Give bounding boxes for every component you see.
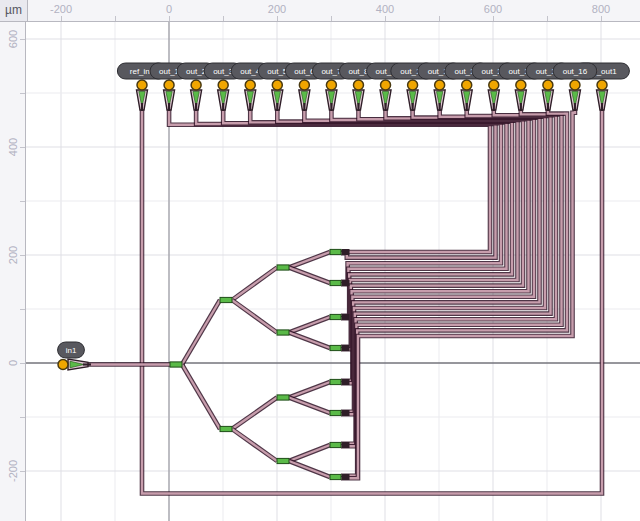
ruler-label-y-400: 400 — [5, 127, 21, 167]
port-dot[interactable] — [516, 80, 526, 90]
splitter-1x2[interactable] — [330, 442, 350, 448]
splitter-1x2[interactable] — [277, 395, 289, 400]
svg-text:out_2: out_2 — [186, 67, 207, 76]
splitter-1x2[interactable] — [330, 249, 350, 255]
ruler-tick — [439, 16, 440, 21]
ruler-unit-badge: µm — [0, 0, 28, 22]
splitter-1x2[interactable] — [330, 379, 350, 385]
ruler-tick — [493, 16, 494, 21]
port-dot[interactable] — [218, 80, 228, 90]
splitter-1x2[interactable] — [277, 330, 289, 335]
port-label-out_16: out_16 — [553, 63, 597, 79]
port-dot[interactable] — [570, 80, 580, 90]
port-dot[interactable] — [137, 80, 147, 90]
svg-text:out_16: out_16 — [563, 67, 588, 76]
splitter-1x2[interactable] — [170, 362, 182, 367]
ruler-label-y--200: -200 — [5, 451, 21, 491]
ruler-tick — [223, 16, 224, 21]
ruler-tick — [61, 16, 62, 21]
ruler-tick — [115, 16, 116, 21]
ruler-tick — [277, 16, 278, 21]
svg-text:out_5: out_5 — [267, 67, 288, 76]
port-dot[interactable] — [489, 80, 499, 90]
ruler-horizontal: -2000200400600800 — [28, 0, 640, 22]
port-dot[interactable] — [191, 80, 201, 90]
port-dot[interactable] — [245, 80, 255, 90]
svg-text:out_7: out_7 — [321, 67, 342, 76]
ruler-tick — [20, 309, 25, 310]
splitter-1x2[interactable] — [330, 280, 350, 286]
ruler-label-x-0: 0 — [149, 3, 189, 15]
svg-text:out_8: out_8 — [348, 67, 369, 76]
ruler-tick — [20, 147, 25, 148]
ruler-tick — [20, 255, 25, 256]
splitter-1x2[interactable] — [277, 458, 289, 463]
port-dot[interactable] — [408, 80, 418, 90]
svg-text:out_1: out_1 — [159, 67, 180, 76]
layout-canvas[interactable]: ref_out1ref_in1out_1out_2out_3out_4out_5… — [0, 0, 640, 521]
ruler-tick — [20, 471, 25, 472]
ruler-label-x--200: -200 — [41, 3, 81, 15]
ruler-vertical: 6004002000-200 — [0, 22, 26, 521]
svg-text:out_4: out_4 — [240, 67, 261, 76]
port-dot[interactable] — [58, 360, 68, 370]
port-dot[interactable] — [543, 80, 553, 90]
port-dot[interactable] — [272, 80, 282, 90]
svg-text:out_6: out_6 — [294, 67, 315, 76]
splitter-1x2[interactable] — [330, 345, 350, 351]
svg-text:out_3: out_3 — [213, 67, 234, 76]
ruler-tick — [169, 16, 170, 21]
ruler-tick — [601, 16, 602, 21]
splitter-1x2[interactable] — [330, 314, 350, 320]
ruler-label-y-0: 0 — [5, 343, 21, 383]
ruler-tick — [20, 201, 25, 202]
svg-text:in1: in1 — [66, 346, 77, 355]
splitter-1x2[interactable] — [330, 474, 350, 480]
port-dot[interactable] — [326, 80, 336, 90]
splitter-1x2[interactable] — [220, 426, 232, 431]
port-dot[interactable] — [164, 80, 174, 90]
port-label-in1: in1 — [58, 342, 85, 358]
ruler-tick — [20, 39, 25, 40]
ruler-label-x-600: 600 — [473, 3, 513, 15]
ruler-label-x-200: 200 — [257, 3, 297, 15]
ruler-label-x-400: 400 — [365, 3, 405, 15]
ruler-tick — [20, 417, 25, 418]
ruler-tick — [547, 16, 548, 21]
ruler-tick — [20, 363, 25, 364]
ruler-tick — [20, 93, 25, 94]
ruler-tick — [331, 16, 332, 21]
layout-editor-window: ref_out1ref_in1out_1out_2out_3out_4out_5… — [0, 0, 640, 521]
port-dot[interactable] — [435, 80, 445, 90]
splitter-1x2[interactable] — [220, 297, 232, 302]
ruler-label-y-600: 600 — [5, 19, 21, 59]
port-dot[interactable] — [381, 80, 391, 90]
ruler-label-x-800: 800 — [581, 3, 621, 15]
port-dot[interactable] — [353, 80, 363, 90]
port-dot[interactable] — [462, 80, 472, 90]
port-dot[interactable] — [299, 80, 309, 90]
splitter-1x2[interactable] — [330, 410, 350, 416]
port-dot[interactable] — [597, 80, 607, 90]
ruler-label-y-200: 200 — [5, 235, 21, 275]
splitter-1x2[interactable] — [277, 265, 289, 270]
ruler-tick — [385, 16, 386, 21]
